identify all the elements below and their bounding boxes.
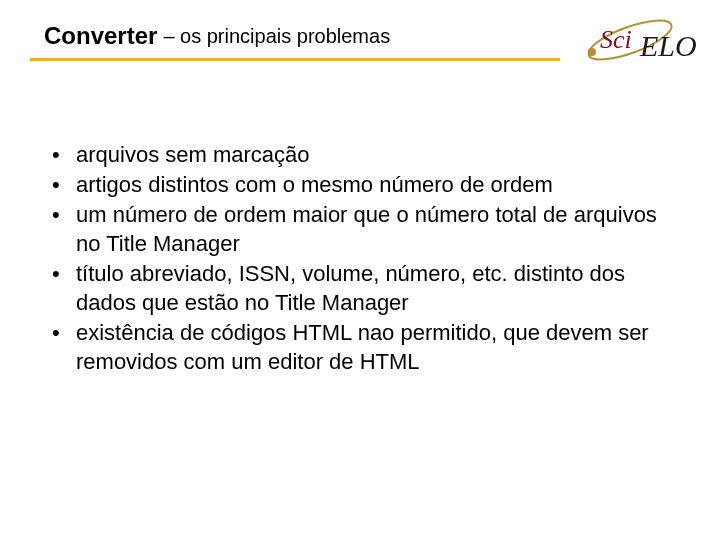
bullet-item: arquivos sem marcação — [50, 140, 672, 169]
logo-text-elo: ELO — [639, 29, 697, 62]
title-bold: Converter — [44, 22, 157, 50]
bullet-item: existência de códigos HTML nao permitido… — [50, 318, 672, 376]
logo-text-sci: Sci — [600, 25, 632, 54]
bullet-item: título abreviado, ISSN, volume, número, … — [50, 259, 672, 317]
bullet-text: título abreviado, ISSN, volume, número, … — [76, 261, 625, 315]
bullet-text: um número de ordem maior que o número to… — [76, 202, 657, 256]
title-underline — [30, 58, 560, 61]
bullet-text: arquivos sem marcação — [76, 142, 310, 167]
scielo-logo: Sci ELO — [572, 14, 700, 70]
svg-point-1 — [588, 48, 596, 56]
bullet-item: um número de ordem maior que o número to… — [50, 200, 672, 258]
slide: Converter – os principais problemas Sci … — [0, 0, 720, 540]
title-subtitle: – os principais problemas — [163, 25, 390, 48]
bullet-item: artigos distintos com o mesmo número de … — [50, 170, 672, 199]
bullet-list: arquivos sem marcação artigos distintos … — [50, 140, 672, 377]
bullet-text: existência de códigos HTML nao permitido… — [76, 320, 649, 374]
bullet-text: artigos distintos com o mesmo número de … — [76, 172, 553, 197]
